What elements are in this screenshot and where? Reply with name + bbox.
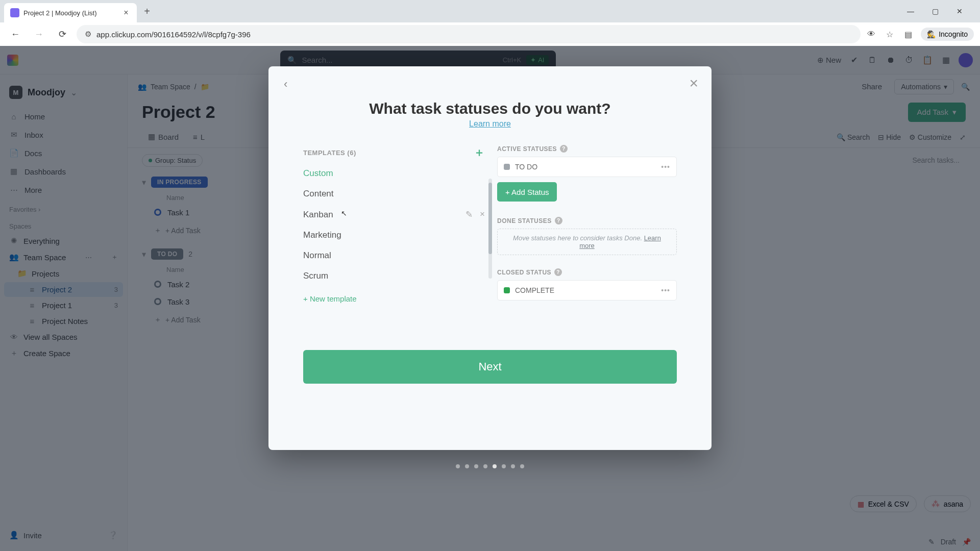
status-item-todo[interactable]: TO DO••• [497,157,677,177]
help-icon[interactable]: ? [554,268,562,276]
template-item-custom[interactable]: Custom [303,163,485,184]
star-icon[interactable]: ☆ [884,29,895,40]
step-dot[interactable] [520,464,524,468]
sidepanel-icon[interactable]: ▤ [902,29,914,40]
maximize-icon[interactable]: ▢ [927,3,943,19]
delete-icon[interactable]: × [480,209,485,220]
address-bar[interactable]: ⚙ app.clickup.com/9016164592/v/l/8cpfg7g… [77,25,861,43]
eye-off-icon[interactable]: 👁 [866,29,877,40]
status-item-complete[interactable]: COMPLETE••• [497,280,677,300]
active-statuses-label: ACTIVE STATUSES [497,145,557,153]
status-more-icon[interactable]: ••• [661,286,670,294]
reload-icon[interactable]: ⟳ [53,25,71,43]
template-item-scrum[interactable]: Scrum [303,266,485,286]
tab-title: Project 2 | Moodjoy (List) [23,9,117,17]
template-item-normal[interactable]: Normal [303,245,485,266]
back-icon[interactable]: ← [6,25,24,43]
step-dot[interactable] [474,464,478,468]
favicon-icon [10,8,19,17]
step-dot[interactable] [465,464,469,468]
close-tab-icon[interactable]: × [121,8,131,17]
modal-overlay: ‹ × What task statuses do you want? Lear… [0,46,980,551]
done-statuses-label: DONE STATUSES [497,217,552,224]
forward-icon[interactable]: → [30,25,48,43]
color-swatch-icon [504,287,510,293]
scrollbar-thumb[interactable] [488,183,492,254]
status-setup-modal: ‹ × What task statuses do you want? Lear… [268,66,712,450]
add-template-button[interactable]: ＋ [474,145,485,160]
help-icon[interactable]: ? [555,217,562,224]
step-dot[interactable] [511,464,515,468]
scrollbar[interactable] [488,179,492,279]
cursor-icon: ↖ [341,209,347,217]
step-dot[interactable] [483,464,487,468]
close-window-icon[interactable]: ✕ [951,3,968,19]
back-button[interactable]: ‹ [284,78,287,91]
step-dot[interactable] [456,464,460,468]
incognito-label: Incognito [939,30,968,38]
done-drop-zone[interactable]: Move statuses here to consider tasks Don… [497,229,677,255]
modal-title: What task statuses do you want? [268,80,712,119]
status-more-icon[interactable]: ••• [661,163,670,171]
template-item-kanban[interactable]: Kanban ↖ ✎ × [303,204,485,225]
learn-more-link[interactable]: Learn more [268,119,712,129]
edit-icon[interactable]: ✎ [465,209,473,220]
templates-label: TEMPLATES (6) [303,149,356,157]
incognito-chip[interactable]: 🕵 Incognito [921,28,974,41]
minimize-icon[interactable]: — [902,3,919,19]
close-button[interactable]: × [689,74,698,92]
new-template-button[interactable]: + New template [303,286,485,303]
new-tab-button[interactable]: + [139,3,155,19]
step-dot[interactable] [493,464,497,468]
help-icon[interactable]: ? [560,145,568,153]
step-dot[interactable] [502,464,506,468]
template-item-content[interactable]: Content [303,184,485,204]
step-dots [456,464,524,468]
color-swatch-icon [504,164,510,170]
add-status-button[interactable]: + Add Status [497,182,557,202]
url-text: app.clickup.com/9016164592/v/l/8cpfg7g-3… [96,30,251,39]
browser-tab[interactable]: Project 2 | Moodjoy (List) × [4,3,137,22]
next-button[interactable]: Next [303,350,677,384]
incognito-icon: 🕵 [927,30,936,38]
closed-status-label: CLOSED STATUS [497,269,551,276]
site-settings-icon[interactable]: ⚙ [85,30,91,39]
template-item-marketing[interactable]: Marketing [303,225,485,245]
